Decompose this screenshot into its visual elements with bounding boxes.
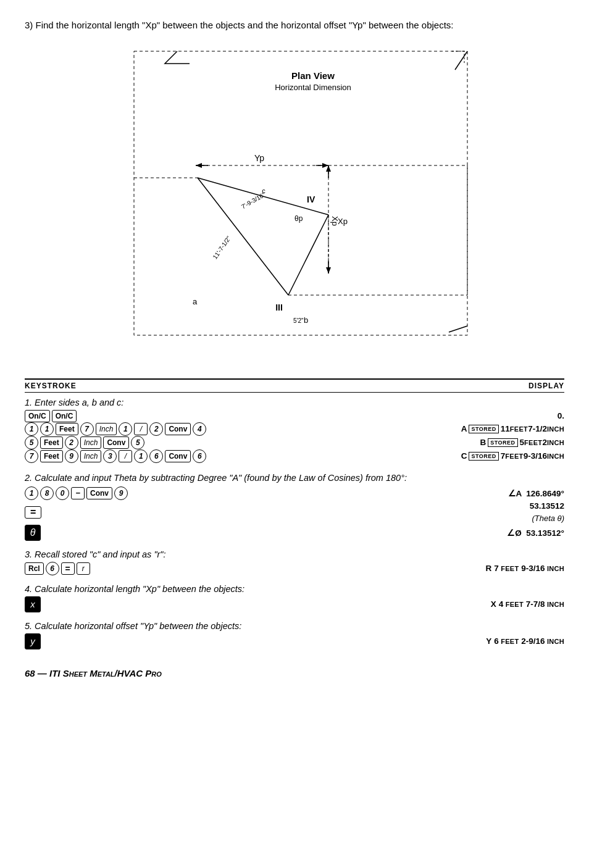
display-y-label: Y bbox=[486, 636, 491, 646]
step-1-row-1-keys: On/C On/C bbox=[25, 410, 77, 422]
key-r[interactable]: r bbox=[77, 562, 90, 575]
step-5-row-1: y Y 6 FEET 2-9/16 INCH bbox=[25, 633, 564, 649]
svg-marker-9 bbox=[322, 163, 328, 168]
display-label: DISPLAY bbox=[528, 382, 564, 390]
display-y-feet: FEET bbox=[499, 638, 519, 645]
display-a-inch: INCH bbox=[547, 425, 564, 433]
key-inch-1[interactable]: Inch bbox=[96, 423, 117, 435]
key-9b[interactable]: 9 bbox=[114, 486, 128, 500]
display-x-label: X bbox=[491, 599, 496, 609]
display-x-value: 4 bbox=[499, 599, 504, 609]
key-slash-2[interactable]: / bbox=[119, 450, 132, 462]
svg-text:5'2": 5'2" bbox=[293, 317, 304, 324]
step-1-row-2: 1 1 Feet 7 Inch 1 / 2 Conv 4 A STORED 11… bbox=[25, 422, 564, 436]
stored-badge-c: STORED bbox=[469, 452, 498, 461]
intro-text: 3) Find the horizontal length "Xp" betwe… bbox=[25, 19, 564, 33]
display-b-label: B bbox=[480, 438, 486, 447]
diagram-svg: Plan View Horizontal Dimension Yp Xp Xp bbox=[85, 45, 504, 366]
step-2-row-3-keys: θ bbox=[25, 525, 41, 541]
key-feet-2[interactable]: Feet bbox=[40, 436, 63, 449]
key-2a[interactable]: 2 bbox=[149, 422, 163, 436]
key-6b[interactable]: 6 bbox=[193, 449, 206, 463]
step-1-row-1-display: 0. bbox=[80, 410, 564, 422]
key-5a[interactable]: 5 bbox=[25, 436, 38, 449]
display-a-feet: FEET bbox=[510, 425, 528, 433]
key-1d[interactable]: 1 bbox=[134, 449, 148, 463]
step-5-row-1-display: Y 6 FEET 2-9/16 INCH bbox=[44, 633, 564, 649]
svg-text:Plan View: Plan View bbox=[291, 70, 335, 81]
display-c-label: C bbox=[461, 451, 467, 461]
key-6a[interactable]: 6 bbox=[149, 449, 163, 463]
step-2-row-1: 1 8 0 − Conv 9 ∠A 126.8649° bbox=[25, 486, 564, 500]
key-onc-1[interactable]: On/C bbox=[25, 410, 50, 422]
step-4-row-1-keys: x bbox=[25, 596, 41, 612]
key-7[interactable]: 7 bbox=[80, 422, 94, 436]
key-7a[interactable]: 7 bbox=[25, 449, 38, 463]
key-8a[interactable]: 8 bbox=[40, 486, 54, 500]
key-2b[interactable]: 2 bbox=[65, 436, 78, 449]
key-6c[interactable]: 6 bbox=[46, 562, 59, 575]
key-slash-1[interactable]: / bbox=[134, 423, 148, 435]
display-r-label: R bbox=[485, 564, 491, 573]
step-1-title: 1. Enter sides a, b and c: bbox=[25, 398, 564, 407]
svg-text:11'-7-1/2": 11'-7-1/2" bbox=[211, 234, 232, 260]
svg-text:a: a bbox=[193, 297, 198, 306]
key-1a[interactable]: 1 bbox=[25, 422, 38, 436]
key-y[interactable]: y bbox=[25, 633, 41, 649]
svg-text:θp: θp bbox=[294, 214, 303, 223]
display-y-inch: INCH bbox=[545, 638, 564, 645]
display-b-inch-val: 2 bbox=[542, 438, 547, 447]
step-4-row-1: x X 4 FEET 7-7/8 INCH bbox=[25, 596, 564, 612]
key-1c[interactable]: 1 bbox=[119, 422, 132, 436]
step-5-block: 5. Calculate horizontal offset "Yp" betw… bbox=[25, 621, 564, 649]
display-angle-o: ∠Ø 53.13512° bbox=[507, 528, 564, 538]
step-1-row-3-keys: 5 Feet 2 Inch Conv 5 bbox=[25, 436, 144, 449]
step-1-row-4-keys: 7 Feet 9 Inch 3 / 1 6 Conv 6 bbox=[25, 449, 206, 463]
step-3-block: 3. Recall stored "c" and input as "r": R… bbox=[25, 549, 564, 575]
display-angle-a: ∠A 126.8649° bbox=[508, 488, 564, 498]
svg-text:Xp: Xp bbox=[330, 216, 340, 226]
step-1-block: 1. Enter sides a, b and c: On/C On/C 0. … bbox=[25, 398, 564, 463]
key-3a[interactable]: 3 bbox=[103, 449, 117, 463]
key-5b[interactable]: 5 bbox=[131, 436, 144, 449]
key-conv-2[interactable]: Conv bbox=[103, 436, 129, 449]
key-4a[interactable]: 4 bbox=[193, 422, 206, 436]
footer-text: 68 — ITI Sheet Metal/HVAC Pro bbox=[25, 668, 162, 678]
key-9a[interactable]: 9 bbox=[65, 449, 78, 463]
step-2-title: 2. Calculate and input Theta by subtract… bbox=[25, 472, 564, 484]
key-conv-1[interactable]: Conv bbox=[165, 423, 191, 435]
keystroke-label: KEYSTROKE bbox=[25, 382, 77, 390]
svg-text:Yp: Yp bbox=[254, 153, 264, 163]
key-rcl[interactable]: Rcl bbox=[25, 562, 44, 575]
key-neg[interactable]: − bbox=[71, 487, 85, 499]
key-feet-3[interactable]: Feet bbox=[40, 450, 63, 462]
key-equals[interactable]: = bbox=[25, 506, 41, 519]
step-2-row-1-display: ∠A 126.8649° bbox=[132, 486, 564, 500]
svg-line-3 bbox=[455, 51, 467, 70]
key-conv-3[interactable]: Conv bbox=[165, 450, 191, 462]
display-r-feet: FEET bbox=[499, 565, 519, 572]
key-theta[interactable]: θ bbox=[25, 525, 41, 541]
key-onc-2[interactable]: On/C bbox=[52, 410, 77, 422]
key-0a[interactable]: 0 bbox=[56, 486, 69, 500]
step-4-title: 4. Calculate horizontal length "Xp" betw… bbox=[25, 584, 564, 594]
key-1b[interactable]: 1 bbox=[40, 422, 54, 436]
step-4-block: 4. Calculate horizontal length "Xp" betw… bbox=[25, 584, 564, 612]
step-3-title: 3. Recall stored "c" and input as "r": bbox=[25, 549, 564, 559]
step-5-title: 5. Calculate horizontal offset "Yp" betw… bbox=[25, 621, 564, 631]
display-c-value: 7 bbox=[501, 451, 506, 461]
step-1-row-1: On/C On/C 0. bbox=[25, 410, 564, 422]
key-conv-4[interactable]: Conv bbox=[86, 487, 112, 499]
key-inch-2[interactable]: Inch bbox=[80, 436, 102, 449]
key-feet-1[interactable]: Feet bbox=[56, 423, 78, 435]
diagram-container: Plan View Horizontal Dimension Yp Xp Xp bbox=[25, 45, 564, 366]
display-r-inch: INCH bbox=[545, 565, 564, 572]
step-1-row-4-display: C STORED 7 FEET 9-3/16 INCH bbox=[210, 449, 564, 463]
key-equals-2[interactable]: = bbox=[61, 562, 75, 575]
key-x[interactable]: x bbox=[25, 596, 41, 612]
svg-marker-13 bbox=[326, 165, 331, 172]
key-1e[interactable]: 1 bbox=[25, 486, 38, 500]
key-inch-3[interactable]: Inch bbox=[80, 450, 102, 462]
display-b-inch: INCH bbox=[547, 439, 564, 446]
step-1-row-4: 7 Feet 9 Inch 3 / 1 6 Conv 6 C STORED 7 … bbox=[25, 449, 564, 463]
